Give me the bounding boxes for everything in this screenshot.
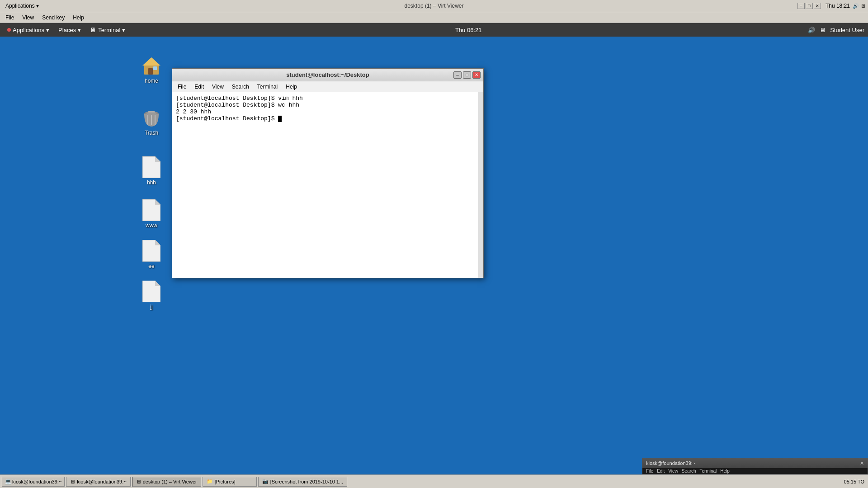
guest-applications-menu[interactable]: Applications ▾ (4, 26, 53, 34)
mini-terminal-menubar: File Edit View Search Terminal Help (642, 468, 868, 474)
terminal-line-4: [student@localhost Desktop]$ (176, 115, 474, 122)
mini-terminal-menu-view[interactable]: View (668, 469, 678, 474)
host-topbar-left: Applications ▾ (3, 1, 42, 10)
trash-icon-label: Trash (143, 129, 160, 136)
taskbar-pictures-label: [Pictures] (215, 479, 236, 484)
terminal-icon: 🖥 (90, 26, 96, 33)
host-window-title: desktop (1) – Virt Viewer (405, 3, 464, 9)
taskbar-screenshot-label: [Screenshot from 2019-10-10 1... (270, 479, 343, 484)
guest-time: Thu 06:21 (455, 27, 482, 33)
mini-terminal-menu-help[interactable]: Help (720, 469, 730, 474)
terminal-maximize-button[interactable]: □ (463, 71, 471, 79)
svg-marker-15 (155, 240, 160, 245)
systray-icons: 05:15 TO (844, 479, 864, 484)
host-minimize-button[interactable]: – (797, 3, 805, 9)
mini-terminal-menu-search[interactable]: Search (682, 469, 696, 474)
desktop-icon-home[interactable]: home (133, 55, 170, 84)
terminal-menu-view[interactable]: View (208, 83, 227, 91)
svg-marker-17 (155, 281, 160, 286)
terminal-content-area: [student@localhost Desktop]$ vim hhh [st… (172, 92, 483, 278)
terminal-menu-help[interactable]: Help (282, 83, 301, 91)
desktop-icon-jj[interactable]: jj (133, 281, 170, 310)
home-icon-label: home (143, 77, 160, 84)
host-maximize-button[interactable]: □ (806, 3, 813, 9)
guest-places-label: Places (58, 27, 76, 33)
viewer-menu-file[interactable]: File (2, 14, 18, 22)
guest-desktop-area: Applications ▾ Places ▾ 🖥 Terminal ▾ Thu… (0, 23, 868, 474)
host-applications-menu[interactable]: Applications ▾ (3, 1, 42, 10)
taskbar-start-button[interactable]: 💻 kiosk@foundation39:~ (2, 477, 65, 487)
host-apps-label: Applications (5, 3, 35, 9)
taskbar-virtviewer-icon: 🖥 (136, 479, 141, 484)
start-icon: 💻 (5, 479, 11, 484)
places-chevron: ▾ (78, 27, 81, 33)
terminal-cursor (278, 116, 282, 122)
desktop-icon-ee[interactable]: ee (133, 240, 170, 270)
host-close-button[interactable]: ✕ (814, 3, 821, 9)
svg-rect-2 (148, 68, 153, 75)
host-topbar: Applications ▾ desktop (1) – Virt Viewer… (0, 0, 868, 12)
terminal-titlebar: student@localhost:~/Desktop – □ ✕ (172, 69, 483, 81)
terminal-window: student@localhost:~/Desktop – □ ✕ File E… (172, 68, 484, 278)
mini-terminal-menu-edit[interactable]: Edit (657, 469, 665, 474)
terminal-title: student@localhost:~/Desktop (202, 71, 453, 78)
svg-marker-13 (155, 199, 160, 205)
viewer-menu-help[interactable]: Help (69, 14, 88, 22)
svg-rect-3 (153, 66, 157, 70)
www-file-icon (141, 199, 162, 221)
terminal-scrollbar[interactable] (478, 92, 483, 278)
desktop-icon-trash[interactable]: Trash (133, 107, 170, 136)
viewer-menu-view[interactable]: View (19, 14, 38, 22)
mini-terminal-close-button[interactable]: ✕ (860, 460, 864, 466)
taskbar-kiosk1-label: kiosk@foundation39:~ (77, 479, 126, 484)
taskbar-item-screenshot[interactable]: 📷 [Screenshot from 2019-10-10 1... (258, 477, 347, 487)
guest-display-icon[interactable]: 🖥 (820, 27, 826, 33)
guest-places-menu[interactable]: Places ▾ (55, 26, 85, 34)
terminal-menu-terminal[interactable]: Terminal (254, 83, 281, 91)
applications-chevron: ▾ (46, 27, 49, 33)
terminal-menu-search[interactable]: Search (228, 83, 253, 91)
svg-marker-11 (155, 156, 160, 162)
terminal-window-controls: – □ ✕ (453, 71, 481, 79)
mini-terminal-menu-terminal[interactable]: Terminal (700, 469, 717, 474)
guest-panel-right: 🔊 🖥 Student User (808, 27, 864, 33)
desktop-icon-hhh[interactable]: hhh (133, 156, 170, 186)
terminal-menu-file[interactable]: File (174, 83, 190, 91)
taskbar-systray: 05:15 TO (844, 479, 866, 484)
guest-panel-clock: Thu 06:21 (455, 27, 482, 33)
mini-terminal-container: kiosk@foundation39:~ ✕ File Edit View Se… (642, 458, 868, 474)
jj-icon-label: jj (148, 303, 154, 310)
svg-rect-9 (146, 113, 156, 114)
taskbar-pictures-icon: 📁 (207, 479, 213, 484)
taskbar-virtviewer-label: desktop (1) – Virt Viewer (143, 479, 197, 484)
viewer-menu-sendkey[interactable]: Send key (38, 14, 68, 22)
host-systray-icons: 🔊 🖥 (853, 3, 865, 9)
terminal-menubar: File Edit View Search Terminal Help (172, 81, 483, 92)
taskbar-start-label: kiosk@foundation39:~ (12, 479, 61, 484)
terminal-body[interactable]: [student@localhost Desktop]$ vim hhh [st… (172, 92, 478, 278)
terminal-minimize-button[interactable]: – (453, 71, 462, 79)
taskbar-item-pictures[interactable]: 📁 [Pictures] (203, 477, 257, 487)
terminal-menu-edit[interactable]: Edit (191, 83, 208, 91)
taskbar-item-kiosk1[interactable]: 🖥 kiosk@foundation39:~ (66, 477, 130, 487)
mini-terminal-menu-file[interactable]: File (646, 469, 653, 474)
svg-marker-1 (142, 57, 160, 66)
hhh-icon-label: hhh (145, 179, 158, 186)
guest-applications-label: Applications (13, 27, 44, 33)
host-time: Thu 18:21 (826, 3, 850, 9)
trash-icon (141, 107, 162, 128)
terminal-close-button[interactable]: ✕ (472, 71, 481, 79)
ee-file-icon (141, 240, 162, 262)
guest-user-menu[interactable]: Student User (830, 27, 864, 33)
guest-terminal-taskbtn[interactable]: 🖥 Terminal ▾ (86, 25, 129, 34)
terminal-line-3: 2 2 30 hhh (176, 108, 474, 115)
taskbar-screenshot-icon: 📷 (262, 479, 269, 484)
taskbar-item-virtviewer[interactable]: 🖥 desktop (1) – Virt Viewer (132, 477, 201, 487)
home-icon (141, 55, 162, 76)
jj-file-icon (141, 281, 162, 302)
chevron-down-icon: ▾ (36, 3, 39, 9)
guest-top-panel: Applications ▾ Places ▾ 🖥 Terminal ▾ Thu… (0, 23, 868, 37)
desktop-icon-www[interactable]: www (133, 199, 170, 229)
taskbar-kiosk1-icon: 🖥 (70, 479, 75, 484)
guest-volume-icon[interactable]: 🔊 (808, 27, 815, 33)
